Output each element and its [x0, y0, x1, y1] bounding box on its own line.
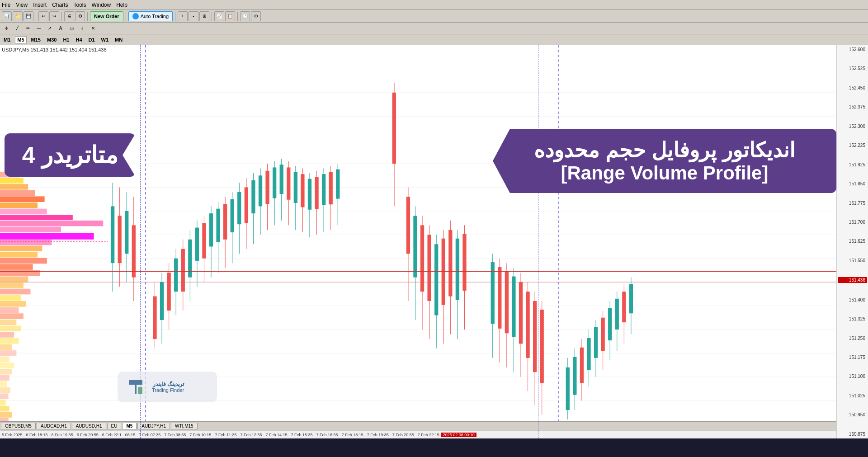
new-order-btn[interactable]: New Order — [90, 11, 123, 21]
current-price-line — [0, 271, 836, 272]
svg-rect-125 — [392, 93, 396, 164]
price-152600: 152.600 — [838, 47, 867, 52]
price-152300: 152.300 — [838, 124, 867, 129]
menu-file[interactable]: File — [2, 2, 10, 8]
svg-rect-35 — [0, 283, 24, 288]
tf-m15[interactable]: M15 — [29, 37, 42, 43]
indicators-btn[interactable]: 📈 — [214, 11, 224, 21]
svg-rect-91 — [223, 204, 227, 240]
menu-help[interactable]: Help — [116, 2, 127, 8]
svg-rect-85 — [202, 223, 206, 259]
tab-audcad-h1[interactable]: AUDCAD,H1 — [37, 423, 71, 429]
menu-charts[interactable]: Charts — [52, 2, 68, 8]
time-7feb-2055: 7 Feb 20:55 — [391, 433, 416, 437]
sep2 — [61, 12, 62, 21]
svg-rect-54 — [0, 400, 5, 405]
svg-rect-56 — [0, 412, 12, 418]
tab-m5[interactable]: M5 — [122, 423, 137, 429]
tf-m5[interactable]: M5 — [15, 36, 26, 43]
arrow-btn[interactable]: ↗ — [45, 24, 54, 33]
price-152375: 152.375 — [838, 104, 867, 109]
hline-btn[interactable]: — — [34, 24, 43, 33]
properties-btn[interactable]: ⚙ — [75, 11, 85, 21]
toolbar2: ✛ ╱ ✏ — ↗ A ▭ ⟊ ✕ — [0, 23, 868, 34]
svg-rect-131 — [420, 225, 424, 292]
print-btn[interactable]: 🖨 — [64, 11, 74, 21]
zoom-in-btn[interactable]: + — [178, 11, 188, 21]
svg-rect-28 — [0, 240, 52, 245]
undo-btn[interactable]: ↩ — [38, 11, 48, 21]
svg-rect-49 — [0, 369, 12, 375]
current-price: 151.436 — [838, 277, 867, 283]
price-151850: 151.850 — [838, 181, 867, 186]
redo-btn[interactable]: ↪ — [49, 11, 59, 21]
price-152225: 152.225 — [838, 143, 867, 148]
templates-btn[interactable]: 📋 — [225, 11, 235, 21]
delete-btn[interactable]: ✕ — [89, 24, 98, 33]
tf-h1[interactable]: H1 — [61, 37, 71, 43]
open-btn[interactable]: 📁 — [13, 11, 23, 21]
svg-rect-165 — [580, 348, 584, 383]
svg-rect-38 — [0, 301, 26, 307]
time-6feb-2055: 6 Feb 20:55 — [75, 433, 100, 437]
svg-rect-18 — [0, 215, 73, 220]
banner-right-line1: اندیکاتور پروفایل حجم محدوده — [511, 138, 818, 162]
svg-rect-143 — [462, 234, 466, 291]
menu-bar: File View Insert Charts Tools Window Hel… — [0, 0, 868, 10]
clock-btn[interactable]: 🕐 — [240, 11, 250, 21]
svg-rect-22 — [0, 203, 38, 208]
tf-mn[interactable]: MN — [113, 37, 124, 43]
banner-right-line2: [Range Volume Profile] — [511, 162, 818, 184]
svg-rect-99 — [251, 180, 255, 213]
fibo-btn[interactable]: ⟊ — [78, 24, 87, 33]
price-151925: 151.925 — [838, 162, 867, 167]
tab-audjpy-h1[interactable]: AUDJPY,H1 — [137, 423, 170, 429]
tf-m30[interactable]: M30 — [45, 37, 58, 43]
pen-btn[interactable]: ✏ — [24, 24, 33, 33]
svg-rect-137 — [442, 239, 445, 305]
svg-rect-163 — [573, 357, 576, 395]
time-6feb-2215: 6 Feb 22:1 — [100, 433, 123, 437]
svg-rect-81 — [188, 240, 192, 278]
rect-btn[interactable]: ▭ — [67, 24, 76, 33]
svg-rect-149 — [505, 272, 509, 333]
settings-btn[interactable]: ⚙ — [251, 11, 261, 21]
trading-finder-watermark: تریدینگ فایندر Trading Finder — [118, 372, 217, 402]
zoom-fit-btn[interactable]: ⊞ — [199, 11, 209, 21]
svg-rect-171 — [601, 318, 604, 351]
menu-view[interactable]: View — [16, 2, 28, 8]
tab-gbpusd-m5[interactable]: GBPUSD,M5 — [1, 423, 36, 429]
svg-rect-83 — [195, 228, 199, 261]
tf-h4[interactable]: H4 — [74, 37, 84, 43]
tab-audusd-h1[interactable]: AUDUSD,H1 — [72, 423, 106, 429]
menu-window[interactable]: Window — [92, 2, 111, 8]
zoom-out-btn[interactable]: - — [189, 11, 198, 21]
svg-rect-39 — [0, 307, 19, 313]
sep1 — [36, 12, 36, 21]
line-btn[interactable]: ╱ — [13, 24, 22, 33]
svg-rect-135 — [434, 244, 438, 315]
tf-w1[interactable]: W1 — [99, 37, 111, 43]
tf-d1[interactable]: D1 — [87, 37, 97, 43]
watermark-english: Trading Finder — [152, 387, 184, 393]
svg-rect-97 — [245, 187, 248, 223]
tab-wti-m15[interactable]: WTI,M15 — [171, 423, 198, 429]
svg-rect-34 — [0, 277, 28, 283]
svg-rect-139 — [448, 230, 452, 297]
new-chart-btn[interactable]: 📊 — [2, 11, 12, 21]
price-152525: 152.525 — [838, 66, 867, 71]
chart-container[interactable]: USDJPY,M5 151.413 151.442 151.404 151.43… — [0, 45, 868, 438]
svg-rect-24 — [0, 190, 35, 196]
symbol-info: USDJPY,M5 151.413 151.442 151.404 151.43… — [2, 47, 107, 52]
text-btn[interactable]: A — [56, 24, 65, 33]
time-6feb-1815: 6 Feb 18:15 — [24, 433, 50, 437]
tf-m1[interactable]: M1 — [2, 37, 12, 43]
symbol-tabs: GBPUSD,M5 AUDCAD,H1 AUDUSD,H1 EU M5 AUDJ… — [0, 421, 836, 430]
auto-trading-btn[interactable]: Auto Trading — [128, 11, 173, 21]
svg-rect-127 — [406, 197, 410, 254]
tab-eu[interactable]: EU — [107, 423, 122, 429]
menu-insert[interactable]: Insert — [33, 2, 47, 8]
crosshair-btn[interactable]: ✛ — [2, 24, 11, 33]
save-btn[interactable]: 💾 — [24, 11, 33, 21]
menu-tools[interactable]: Tools — [74, 2, 86, 8]
